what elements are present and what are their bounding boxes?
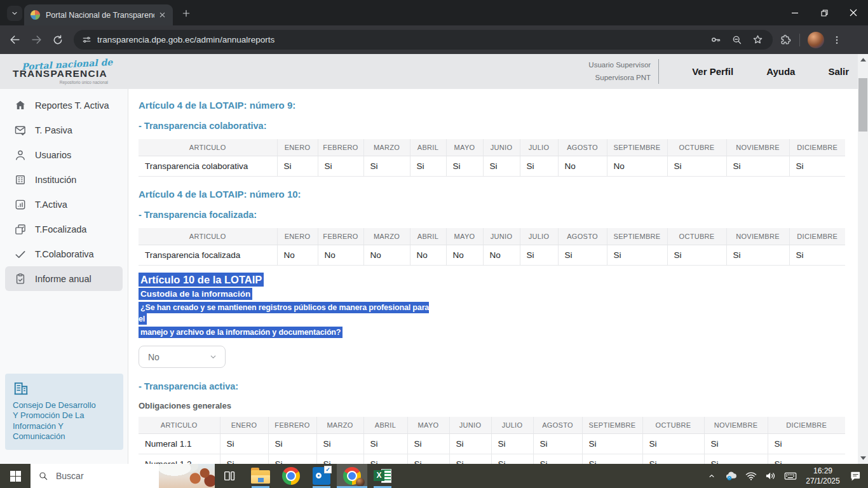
scroll-up-icon[interactable] [858, 55, 868, 64]
keyboard-icon[interactable] [783, 464, 798, 488]
system-tray: 16:29 27/1/2025 [704, 464, 868, 488]
clock-time: 16:29 [803, 466, 843, 476]
custodia-select[interactable]: No [139, 346, 226, 368]
back-button[interactable] [4, 29, 25, 51]
sidebar-item-t-activa[interactable]: T.Activa [5, 192, 123, 217]
column-header: ARTICULO [139, 228, 277, 245]
onedrive-cloud-icon[interactable] [724, 464, 739, 488]
search-promo-image[interactable] [159, 464, 215, 488]
sidebar-item-label: T.Focalizada [35, 224, 86, 234]
table-obligaciones-generales: ARTICULOENEROFEBREROMARZOABRILMAYOJUNIOJ… [139, 417, 845, 464]
taskbar-app-chrome[interactable] [276, 464, 306, 488]
outlook-icon: ✓ [313, 467, 330, 485]
nav-ver-perfil[interactable]: Ver Perfil [692, 66, 733, 77]
month-value-cell: No [277, 245, 318, 266]
tab-close-icon[interactable] [157, 10, 168, 21]
extensions-puzzle-icon[interactable] [779, 34, 792, 46]
excel-icon: X [374, 467, 391, 485]
sidebar-item-reportes-t-activa[interactable]: Reportes T. Activa [5, 93, 123, 118]
user-role: Supervisora PNT [588, 72, 651, 85]
windows-logo-icon [10, 471, 21, 482]
sidebar-item-t-colaborativa[interactable]: T.Colaborativa [5, 241, 123, 266]
zoom-out-icon[interactable] [731, 34, 743, 46]
month-value-cell: No [446, 245, 483, 266]
month-value-cell: Si [491, 454, 533, 464]
minimize-button[interactable] [780, 0, 810, 25]
sidebar-item-institucion[interactable]: Institución [5, 167, 123, 192]
taskbar-search[interactable] [31, 464, 215, 488]
scrollbar-thumb[interactable] [858, 78, 867, 132]
highlight-question-line1: ¿Se han creado y se mantienen registros … [139, 302, 429, 325]
column-header: DICIEMBRE [789, 139, 845, 156]
taskbar-app-excel[interactable]: X [367, 464, 398, 488]
notifications-icon[interactable] [848, 464, 863, 488]
new-tab-button[interactable] [179, 6, 193, 20]
scroll-down-icon[interactable] [858, 454, 868, 463]
forward-button[interactable] [25, 29, 47, 51]
start-button[interactable] [0, 464, 31, 488]
column-header: OCTUBRE [667, 139, 726, 156]
user-icon [14, 149, 27, 161]
browser-tab-strip: Portal Nacional de Transparencia [0, 0, 868, 25]
url-bar[interactable]: transparencia.dpe.gob.ec/admin/annualrep… [74, 30, 773, 50]
month-value-cell: Si [642, 434, 704, 454]
nav-ayuda[interactable]: Ayuda [766, 66, 795, 77]
column-header: MARZO [316, 417, 363, 434]
reload-button[interactable] [47, 29, 69, 51]
month-value-cell: Si [642, 454, 704, 464]
column-header: SEPTIEMBRE [582, 417, 642, 434]
main-content: Artículo 4 de la LOTAIP: número 9: - Tra… [129, 89, 858, 464]
taskbar-app-chrome-active[interactable] [337, 464, 367, 488]
sidebar-item-informe-anual[interactable]: Informe anual [5, 266, 123, 291]
org-line: Información Y Comunicación [13, 421, 117, 442]
section-subtitle-colaborativa: - Transparencia colaborativa: [139, 121, 858, 131]
month-value-cell: Si [220, 434, 268, 454]
taskbar-app-file-explorer[interactable] [245, 464, 276, 488]
sidebar-item-label: Informe anual [35, 274, 92, 284]
month-value-cell: Si [268, 454, 316, 464]
custodia-select-value: No [148, 352, 159, 362]
hidden-icons-chevron[interactable] [704, 464, 719, 488]
sidebar-item-usuarios[interactable]: Usuarios [5, 142, 123, 167]
sidebar-item-t-focalizada[interactable]: T.Focalizada [5, 217, 123, 241]
menu-kebab-icon[interactable] [832, 35, 842, 45]
page-scrollbar[interactable] [858, 54, 868, 464]
month-value-cell: Si [410, 156, 446, 177]
close-button[interactable] [839, 0, 868, 25]
column-header: JUNIO [483, 139, 520, 156]
taskbar-clock[interactable]: 16:29 27/1/2025 [803, 466, 843, 486]
org-line: Y Promoción De La [13, 410, 117, 421]
url-text[interactable]: transparencia.dpe.gob.ec/admin/annualrep… [97, 35, 710, 44]
site-settings-tune-icon[interactable] [81, 34, 92, 45]
highlight-question-line2: manejo y archivo de la información y doc… [139, 327, 342, 338]
wifi-icon[interactable] [743, 464, 759, 488]
month-value-cell: No [318, 245, 363, 266]
task-view-button[interactable] [215, 464, 245, 488]
password-key-icon[interactable] [710, 34, 722, 46]
table-transparencia-focalizada: ARTICULOENEROFEBREROMARZOABRILMAYOJUNIOJ… [139, 228, 845, 266]
month-value-cell: Si [607, 245, 667, 266]
tab-search-button[interactable] [7, 6, 22, 21]
table-row: Transparencia colaborativaSiSiSiSiSiSiSi… [139, 156, 845, 177]
site-logo[interactable]: Portal nacional de TRANSPARENCIA Reposit… [13, 59, 121, 85]
restore-button[interactable] [810, 0, 839, 25]
user-info: Usuario Supervisor Supervisora PNT [588, 59, 659, 84]
month-value-cell: Si [768, 434, 845, 454]
organization-name: Consejo De Desarrollo Y Promoción De La … [13, 400, 117, 442]
search-input[interactable] [55, 470, 144, 482]
sidebar-item-label: T.Colaborativa [35, 249, 94, 259]
volume-icon[interactable] [763, 464, 778, 488]
column-header: JULIO [520, 139, 558, 156]
search-icon [38, 471, 48, 481]
window-controls [780, 0, 868, 25]
nav-salir[interactable]: Salir [828, 66, 849, 77]
sidebar-item-t-pasiva[interactable]: T. Pasiva [5, 118, 123, 142]
bookmark-star-icon[interactable] [752, 34, 764, 46]
page-viewport: Portal nacional de TRANSPARENCIA Reposit… [0, 54, 868, 464]
month-value-cell: No [410, 245, 446, 266]
month-value-cell: Si [363, 156, 410, 177]
browser-tab[interactable]: Portal Nacional de Transparencia [24, 4, 173, 25]
table-row: Numeral 1.2SiSiSiSiSiSiSiSiSiSiSiSi [139, 454, 845, 464]
profile-avatar[interactable] [808, 32, 824, 48]
taskbar-app-outlook[interactable]: ✓ [306, 464, 337, 488]
